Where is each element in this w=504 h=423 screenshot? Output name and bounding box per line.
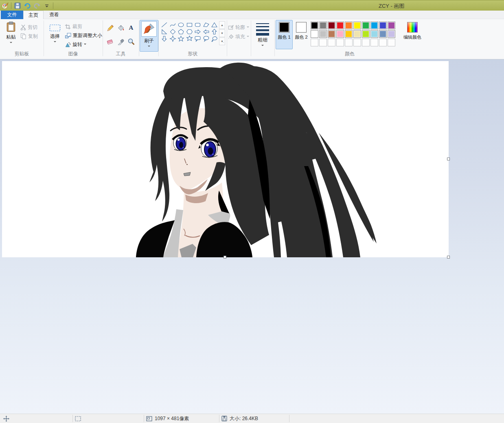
tab-home[interactable]: 主页 — [23, 11, 44, 19]
shape-star-6-icon[interactable] — [186, 35, 193, 42]
shape-right-triangle-icon[interactable] — [160, 28, 168, 35]
canvas-resize-handle-corner[interactable] — [447, 256, 450, 259]
shape-polygon-icon[interactable] — [202, 22, 210, 28]
canvas-resize-handle-right[interactable] — [447, 158, 450, 160]
shape-rectangle-icon[interactable] — [186, 22, 193, 28]
outline-button[interactable]: 轮廓 — [228, 23, 249, 32]
status-bar: 1097 × 481像素 大小: 26.4KB — [0, 414, 504, 423]
color-picker-tool-button[interactable] — [116, 37, 125, 46]
shape-arrow-up-icon[interactable] — [210, 28, 218, 35]
eraser-tool-button[interactable] — [105, 37, 115, 46]
rotate-button[interactable]: 旋转 — [65, 40, 86, 49]
shape-diamond-icon[interactable] — [169, 28, 177, 35]
shapes-more-button[interactable]: ▼̱ — [219, 37, 225, 45]
shape-rounded-rectangle-icon[interactable] — [194, 22, 202, 28]
palette-swatch-empty[interactable] — [379, 39, 387, 46]
undo-button[interactable] — [23, 1, 32, 10]
text-tool-button[interactable]: A — [126, 23, 136, 33]
paste-button[interactable]: 粘贴 — [2, 20, 20, 50]
shape-callout-rounded-icon[interactable] — [194, 35, 202, 42]
fill-tool-button[interactable] — [116, 23, 125, 33]
color1-button[interactable]: 颜色 1 — [276, 20, 293, 49]
select-label: 选择 — [50, 33, 60, 40]
tab-file[interactable]: 文件 — [1, 11, 23, 19]
selection-size-icon — [75, 416, 81, 421]
canvas-resize-handle-bottom[interactable] — [224, 256, 226, 259]
palette-swatch[interactable] — [379, 22, 387, 29]
color2-button[interactable]: 颜色 2 — [293, 20, 310, 49]
palette-swatch-empty[interactable] — [336, 39, 344, 46]
palette-swatch-empty[interactable] — [311, 39, 318, 46]
palette-swatch-empty[interactable] — [370, 39, 378, 46]
redo-button[interactable] — [33, 1, 42, 10]
cut-button[interactable]: 剪切 — [20, 23, 37, 32]
shape-star-5-icon[interactable] — [177, 35, 185, 42]
drawing-canvas[interactable] — [2, 61, 449, 257]
palette-swatch[interactable] — [379, 30, 387, 38]
shape-hexagon-icon[interactable] — [186, 28, 193, 35]
palette-swatch[interactable] — [328, 22, 335, 29]
palette-swatch[interactable] — [388, 30, 395, 38]
canvas-size-cell: 1097 × 481像素 — [146, 414, 189, 423]
ribbon-tabs: 文件 主页 查看 — [0, 11, 504, 19]
palette-swatch-empty[interactable] — [345, 39, 353, 46]
shape-arrow-down-icon[interactable] — [160, 35, 168, 42]
palette-swatch[interactable] — [370, 30, 378, 38]
tab-view[interactable]: 查看 — [44, 11, 65, 19]
palette-swatch[interactable] — [370, 22, 378, 29]
shape-ellipse-icon[interactable] — [177, 22, 185, 28]
palette-swatch[interactable] — [353, 22, 361, 29]
shape-pentagon-icon[interactable] — [177, 28, 185, 35]
magnifier-tool-button[interactable] — [126, 37, 136, 46]
palette-swatch-empty[interactable] — [388, 39, 395, 46]
paint-logo-icon[interactable] — [0, 1, 9, 10]
save-button[interactable] — [13, 1, 22, 10]
brush-icon — [143, 23, 155, 35]
shape-curve-icon[interactable] — [169, 22, 177, 28]
palette-swatch[interactable] — [362, 22, 370, 29]
brush-button[interactable]: 刷子 — [140, 20, 158, 52]
file-size-text: 大小: 26.4KB — [230, 415, 258, 422]
shape-star-4-icon[interactable] — [169, 35, 177, 42]
palette-swatch[interactable] — [362, 30, 370, 38]
status-separator — [144, 415, 144, 422]
palette-swatch[interactable] — [311, 22, 318, 29]
palette-swatch[interactable] — [336, 22, 344, 29]
shape-triangle-icon[interactable] — [210, 22, 218, 28]
shape-callout-oval-icon[interactable] — [202, 35, 210, 42]
crop-button[interactable]: 裁剪 — [65, 22, 82, 31]
shapes-scroll-down-button[interactable]: ▼ — [219, 29, 225, 37]
pencil-tool-button[interactable] — [105, 23, 115, 33]
palette-swatch[interactable] — [336, 30, 344, 38]
palette-swatch[interactable] — [353, 30, 361, 38]
shape-callout-cloud-icon[interactable] — [210, 35, 218, 42]
palette-swatch-empty[interactable] — [353, 39, 361, 46]
qat-separator — [11, 2, 11, 9]
palette-swatch[interactable] — [319, 30, 327, 38]
palette-swatch[interactable] — [311, 30, 318, 38]
palette-swatch-empty[interactable] — [362, 39, 370, 46]
edit-colors-button[interactable]: 编辑颜色 — [401, 20, 423, 50]
canvas-size-icon — [146, 416, 152, 421]
palette-swatch[interactable] — [345, 22, 353, 29]
copy-button[interactable]: 复制 — [20, 32, 38, 41]
shapes-scroll-up-button[interactable]: ▲ — [219, 21, 225, 29]
palette-swatch[interactable] — [319, 22, 327, 29]
selection-size-cell — [75, 414, 81, 423]
select-button[interactable]: 选择 — [46, 20, 64, 50]
customize-toolbar-dropdown-icon[interactable] — [42, 1, 51, 10]
palette-swatch-empty[interactable] — [319, 39, 327, 46]
palette-swatch-empty[interactable] — [328, 39, 335, 46]
resize-button[interactable]: 重新调整大小 — [65, 31, 102, 40]
palette-swatch[interactable] — [345, 30, 353, 38]
shape-line-icon[interactable] — [160, 22, 168, 28]
size-button[interactable]: 粗细 — [252, 20, 273, 52]
palette-swatch[interactable] — [388, 22, 395, 29]
shape-arrow-right-icon[interactable] — [194, 28, 202, 35]
palette-swatch[interactable] — [328, 30, 335, 38]
file-size-cell: 大小: 26.4KB — [221, 414, 258, 423]
resize-icon — [65, 33, 71, 39]
fill-shape-button[interactable]: 填充 — [228, 32, 249, 41]
paste-clipboard-icon — [6, 21, 16, 33]
shape-arrow-left-icon[interactable] — [202, 28, 210, 35]
